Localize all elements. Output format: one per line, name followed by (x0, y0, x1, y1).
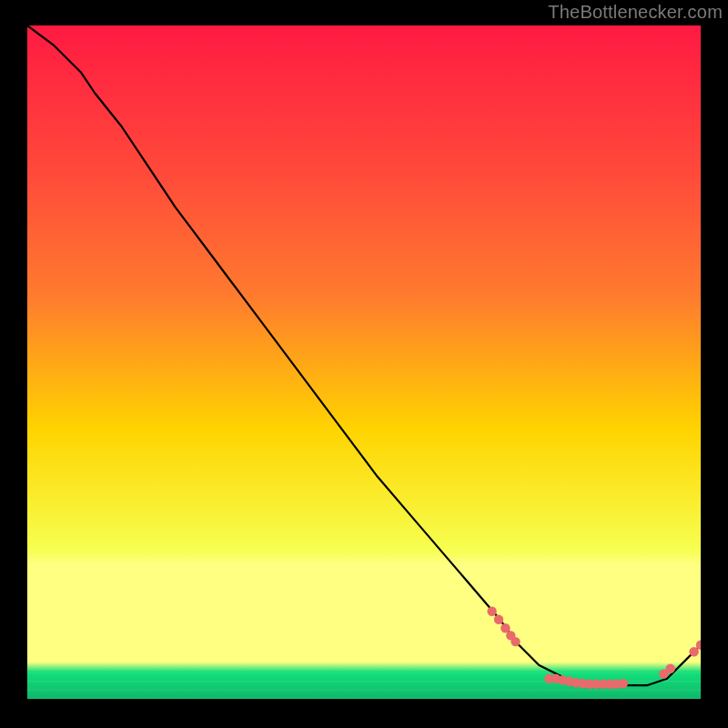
chart-container: TheBottlenecker.com (0, 0, 728, 728)
data-marker (689, 647, 698, 656)
data-marker (619, 679, 628, 688)
data-marker (511, 637, 520, 646)
data-marker (487, 607, 496, 616)
plot-area (27, 25, 701, 699)
chart-svg (27, 25, 701, 699)
watermark-text: TheBottlenecker.com (548, 2, 723, 23)
data-marker (666, 664, 675, 673)
data-marker (494, 615, 503, 624)
gradient-background (27, 25, 701, 699)
